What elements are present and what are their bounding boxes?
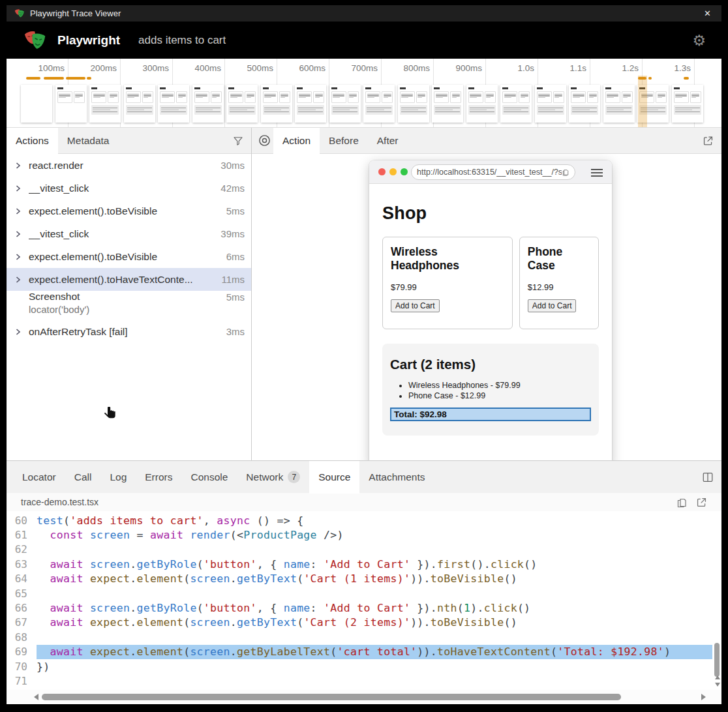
timeline-thumbnail[interactable] [226, 85, 258, 123]
cart-section: Cart (2 items) Wireless Headphones - $79… [382, 344, 599, 436]
timeline-thumbnail[interactable] [124, 85, 155, 123]
code-line: 68 [7, 630, 721, 644]
close-icon[interactable]: ✕ [701, 8, 714, 18]
code-token: getByRole [137, 558, 197, 571]
timeline-thumbnail[interactable] [500, 85, 532, 123]
horizontal-scrollbar-thumb[interactable] [42, 694, 621, 700]
chevron-right-icon [14, 276, 22, 284]
tab-before[interactable]: Before [320, 128, 368, 153]
add-to-cart-button[interactable]: Add to Cart [391, 299, 440, 312]
action-duration: 5ms [221, 205, 245, 216]
code-token: () [517, 602, 530, 614]
code-token: name [284, 558, 311, 571]
code-token: () [504, 572, 517, 585]
vertical-scrollbar-thumb[interactable] [714, 643, 720, 677]
timeline-thumbnail[interactable] [672, 85, 703, 123]
action-row[interactable]: react.render30ms [7, 154, 251, 177]
action-row[interactable]: expect.element().toBeVisible6ms [7, 245, 251, 268]
line-content: }) [37, 659, 712, 674]
target-icon[interactable] [258, 134, 271, 147]
code-token: getByText [237, 572, 297, 585]
timeline-thumbnail[interactable] [295, 85, 326, 123]
tab-source[interactable]: Source [309, 461, 359, 493]
timeline-thumbnail[interactable] [535, 85, 566, 123]
action-locator-subtext: locator('body') [29, 303, 245, 320]
tab-errors[interactable]: Errors [136, 461, 181, 493]
timeline-thumbnail[interactable] [261, 85, 292, 123]
timeline-thumbnail[interactable] [432, 85, 463, 123]
tab-attachments[interactable]: Attachments [359, 461, 434, 493]
vertical-scrollbar[interactable] [712, 511, 721, 690]
scroll-up-arrow-icon[interactable] [715, 675, 720, 679]
timeline[interactable]: 100ms200ms300ms400ms500ms600ms700ms800ms… [7, 59, 721, 128]
action-row[interactable]: Screenshot5mslocator('body') [7, 291, 251, 320]
tab-action[interactable]: Action [273, 128, 320, 153]
open-external-icon[interactable] [703, 135, 714, 146]
timeline-thumbnail[interactable] [363, 85, 395, 123]
tab-log[interactable]: Log [100, 461, 136, 493]
scroll-right-arrow-icon[interactable] [701, 694, 706, 700]
action-duration: 30ms [215, 160, 245, 171]
chevron-right-icon [14, 230, 22, 238]
code-token: ( [330, 645, 337, 658]
url-bar[interactable]: http://localhost:63315/__vitest_test__/?… [411, 164, 575, 180]
code-line: 64 await expect.element(screen.getByText… [7, 572, 721, 586]
code-token: . [130, 572, 136, 585]
cart-item: Wireless Headphones - $79.99 [408, 381, 591, 390]
scroll-left-arrow-icon[interactable] [34, 694, 38, 700]
action-duration: 39ms [215, 228, 245, 239]
open-source-external-icon[interactable] [696, 497, 707, 508]
timeline-thumbnail[interactable] [55, 85, 87, 123]
actions-panel: Actions Metadata react.render30ms__vites… [7, 128, 252, 460]
code-token: await [50, 558, 83, 571]
code-token: getByText [237, 616, 297, 629]
browser-chrome: http://localhost:63315/__vitest_test__/?… [369, 160, 612, 184]
action-row[interactable]: onAfterRetryTask [fail]3ms [7, 320, 251, 343]
timeline-thumbnail[interactable] [466, 85, 498, 123]
code-token: toBeVisible [431, 572, 504, 585]
action-row[interactable]: expect.element().toBeVisible5ms [7, 200, 251, 222]
source-code-view[interactable]: 60test('adds items to cart', async () =>… [7, 511, 721, 690]
traffic-light-green-icon [401, 168, 408, 175]
line-content [37, 630, 712, 644]
tab-locator[interactable]: Locator [13, 461, 65, 493]
action-row[interactable]: __vitest_click42ms [7, 177, 251, 200]
action-name: __vitest_click [29, 228, 215, 240]
line-number: 63 [7, 558, 37, 571]
filter-icon[interactable] [233, 136, 243, 146]
timeline-thumbnail[interactable] [329, 85, 361, 123]
code-token: )). [417, 645, 437, 658]
split-view-icon[interactable] [702, 471, 714, 483]
timeline-thumbnail[interactable] [89, 85, 121, 123]
add-to-cart-button[interactable]: Add to Cart [528, 299, 577, 312]
timeline-thumbnail[interactable] [603, 85, 635, 123]
menu-icon[interactable] [591, 169, 603, 179]
tab-call[interactable]: Call [65, 461, 101, 493]
code-token: )). [410, 572, 431, 585]
code-line: 63 await screen.getByRole('button', { na… [7, 557, 721, 571]
copy-url-icon[interactable] [562, 168, 569, 177]
tab-console[interactable]: Console [181, 461, 237, 493]
settings-gear-icon[interactable]: ⚙ [692, 33, 706, 48]
code-token: element [137, 572, 184, 585]
code-token: />) [317, 529, 344, 541]
tab-after[interactable]: After [368, 128, 408, 153]
timeline-thumbnail[interactable] [398, 85, 429, 123]
timeline-thumbnail[interactable] [21, 85, 52, 123]
code-token: test [37, 514, 63, 527]
chevron-right-icon [14, 328, 22, 336]
timeline-thumbnail[interactable] [158, 85, 189, 123]
copy-source-icon[interactable] [676, 497, 687, 508]
tab-network[interactable]: Network7 [237, 461, 309, 493]
timeline-tick-label: 600ms [299, 63, 326, 73]
tab-actions[interactable]: Actions [7, 128, 58, 153]
timeline-thumbnail[interactable] [569, 85, 600, 123]
action-row[interactable]: expect.element().toHaveTextConte...11ms [7, 268, 251, 291]
tab-metadata[interactable]: Metadata [58, 128, 119, 153]
scroll-down-arrow-icon[interactable] [715, 683, 720, 687]
code-token: ( [183, 616, 190, 629]
horizontal-scrollbar[interactable] [7, 690, 721, 704]
playwright-logo-icon [23, 30, 47, 51]
action-row[interactable]: __vitest_click39ms [7, 222, 251, 245]
timeline-thumbnail[interactable] [192, 85, 224, 123]
